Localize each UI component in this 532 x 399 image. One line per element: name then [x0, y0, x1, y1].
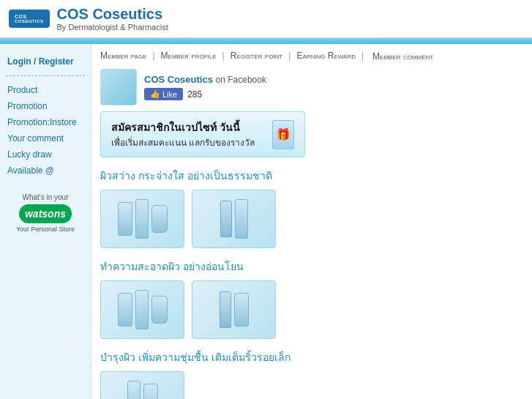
product-card-1a[interactable]: [100, 190, 184, 248]
watsons-label: What's in your: [6, 193, 85, 201]
bottle-3: [151, 205, 168, 233]
top-nav: Member page | Member profile | Register …: [100, 50, 523, 61]
product-card-2a-inner: [118, 290, 168, 329]
logo: COS COSEUTICS: [9, 10, 50, 28]
like-label: Like: [162, 90, 177, 99]
sidebar-item-your-comment[interactable]: Your comment: [0, 130, 91, 146]
fb-name-row: COS Coseutics on Facebook: [144, 74, 266, 85]
promo-line1: สมัครสมาชิกในเวปไซท์ วันนี้: [111, 119, 265, 135]
like-button[interactable]: 👍 Like: [144, 88, 183, 100]
site-title: COS Coseutics By Dermatologist & Pharmac…: [57, 6, 168, 31]
content: Member page | Member profile | Register …: [91, 44, 532, 399]
product-card-1a-inner: [118, 199, 168, 239]
watsons-tagline: Your Personal Store: [6, 225, 85, 233]
product-card-3a[interactable]: [100, 371, 184, 399]
section-1-products: [100, 190, 523, 248]
watsons-box: What's in your watsons Your Personal Sto…: [6, 193, 85, 233]
pump-1: [220, 201, 232, 237]
login-register-link[interactable]: Login / Register: [7, 56, 74, 67]
sep-1: |: [152, 51, 154, 61]
pump-2: [220, 291, 231, 328]
bottle-2: [135, 199, 149, 239]
bottle-5: [118, 293, 132, 327]
bottle-4: [235, 199, 248, 239]
bottle-6: [135, 290, 149, 329]
product-card-1b-inner: [220, 199, 248, 239]
bottle-10: [143, 384, 158, 399]
logo-text: COS: [15, 14, 44, 19]
sidebar-item-lucky-draw[interactable]: Lucky draw: [0, 146, 91, 163]
bottle-1: [118, 202, 132, 236]
top-nav-member-page[interactable]: Member page: [100, 51, 146, 61]
fb-page-name[interactable]: COS Coseutics: [144, 74, 213, 85]
sep-4: |: [361, 51, 364, 61]
header: COS COSEUTICS COS Coseutics By Dermatolo…: [0, 0, 532, 38]
sidebar-login[interactable]: Login / Register: [0, 51, 91, 72]
sep-2: |: [222, 51, 225, 61]
product-card-2a[interactable]: [100, 280, 184, 339]
promo-icon: 🎁: [272, 120, 294, 149]
product-card-3a-inner: [127, 381, 158, 399]
top-nav-earning-reward[interactable]: Earning Reward: [296, 51, 356, 61]
logo-sub: COSEUTICS: [15, 19, 44, 23]
top-nav-register-point[interactable]: Register point: [231, 51, 283, 61]
promo-text: สมัครสมาชิกในเวปไซท์ วันนี้ เพื่อเริ่มสะ…: [111, 119, 265, 149]
section-1-title: ผิวสว่าง กระจ่างใส อย่างเป็นธรรมชาติ: [100, 168, 523, 184]
top-nav-member-comment[interactable]: Member comment: [372, 51, 433, 61]
watsons-logo[interactable]: watsons: [19, 204, 72, 223]
top-nav-member-profile[interactable]: Member profile: [161, 51, 217, 61]
fb-info: COS Coseutics on Facebook 👍 Like 285: [144, 74, 266, 100]
promo-banner[interactable]: สมัครสมาชิกในเวปไซท์ วันนี้ เพื่อเริ่มสะ…: [100, 111, 305, 157]
sidebar-item-product[interactable]: Product: [0, 82, 91, 98]
fb-widget: COS Coseutics on Facebook 👍 Like 285: [100, 69, 523, 105]
main-layout: Login / Register Product Promotion Promo…: [0, 44, 532, 399]
sidebar: Login / Register Product Promotion Promo…: [0, 44, 91, 399]
section-2-title: ทำความสะอาดผิว อย่างอ่อนโยน: [100, 258, 523, 275]
section-3-title: บำรุงผิว เพิ่มความชุ่มชื้น เติมเต็มริ้วร…: [100, 349, 523, 365]
sidebar-item-promotion-instore[interactable]: Promotion:Instore: [0, 114, 91, 130]
site-name: COS Coseutics: [57, 6, 168, 23]
sidebar-item-available[interactable]: Available @: [0, 163, 91, 179]
bottle-7: [151, 296, 168, 324]
site-tagline: By Dermatologist & Pharmacist: [57, 23, 168, 31]
product-card-2b-inner: [220, 291, 249, 328]
fb-on-label: on Facebook: [216, 75, 266, 85]
product-card-2b[interactable]: [192, 280, 276, 339]
section-3: บำรุงผิว เพิ่มความชุ่มชื้น เติมเต็มริ้วร…: [100, 349, 523, 399]
fb-like-box: 👍 Like 285: [144, 88, 266, 100]
like-count: 285: [187, 89, 202, 100]
sidebar-item-promotion[interactable]: Promotion: [0, 98, 91, 114]
thumbs-up-icon: 👍: [150, 89, 160, 99]
product-card-1b[interactable]: [192, 190, 276, 248]
promo-line2: เพื่อเริ่มสะสมคะแนน แลกรับของรางวัล: [111, 135, 265, 149]
section-2: ทำความสะอาดผิว อย่างอ่อนโยน: [100, 258, 523, 339]
section-3-products: [100, 371, 523, 399]
sep-3: |: [288, 51, 291, 61]
bottle-9: [127, 381, 141, 399]
sidebar-divider: [6, 75, 85, 76]
section-2-products: [100, 280, 523, 339]
section-1: ผิวสว่าง กระจ่างใส อย่างเป็นธรรมชาติ: [100, 168, 523, 248]
fb-page-icon: [100, 69, 137, 105]
bottle-8: [234, 293, 249, 327]
blue-bar: [0, 38, 532, 44]
